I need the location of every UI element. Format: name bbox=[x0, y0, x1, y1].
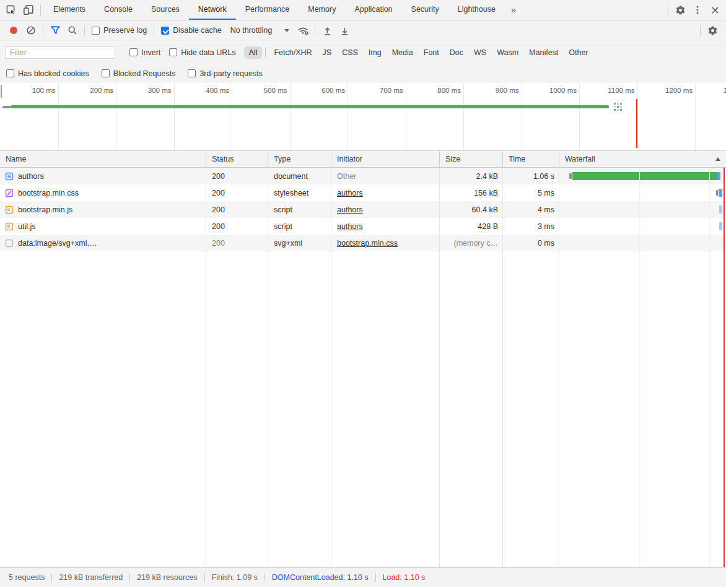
filter-chip-fetch-xhr[interactable]: Fetch/XHR bbox=[269, 46, 317, 59]
divider bbox=[204, 573, 205, 582]
close-devtools-button[interactable] bbox=[706, 0, 724, 20]
filter-chip-font[interactable]: Font bbox=[419, 46, 444, 59]
checkbox-box[interactable] bbox=[169, 48, 177, 56]
initiator-link[interactable]: authors bbox=[337, 189, 363, 197]
initiator-link[interactable]: bootstrap.min.css bbox=[337, 239, 398, 248]
overview-tick-label: 300 ms bbox=[122, 87, 172, 94]
has-blocked-cookies-checkbox[interactable]: Has blocked cookies bbox=[2, 69, 93, 78]
timeline-overview[interactable]: 100 ms200 ms300 ms400 ms500 ms600 ms700 … bbox=[0, 83, 726, 151]
filter-input[interactable] bbox=[5, 46, 115, 59]
column-header-status[interactable]: Status bbox=[206, 151, 268, 167]
initiator-link[interactable]: authors bbox=[337, 205, 363, 214]
tab-lighthouse[interactable]: Lighthouse bbox=[448, 0, 505, 20]
filter-toggle-button[interactable] bbox=[46, 25, 64, 35]
filter-chip-media[interactable]: Media bbox=[387, 46, 418, 59]
disable-cache-checkbox[interactable]: Disable cache bbox=[157, 26, 225, 35]
tab-console[interactable]: Console bbox=[95, 0, 142, 20]
initiator-link[interactable]: authors bbox=[337, 222, 363, 231]
type-cell: document bbox=[268, 168, 331, 184]
tab-performance[interactable]: Performance bbox=[236, 0, 299, 20]
column-header-waterfall[interactable]: Waterfall bbox=[559, 151, 726, 167]
search-button[interactable] bbox=[64, 25, 81, 35]
initiator-cell: authors bbox=[331, 201, 440, 218]
tab-network[interactable]: Network bbox=[189, 0, 236, 20]
network-options-bar: Has blocked cookiesBlocked Requests3rd-p… bbox=[0, 64, 726, 83]
tab-elements[interactable]: Elements bbox=[44, 0, 95, 20]
inspect-element-button[interactable] bbox=[2, 0, 20, 20]
column-header-time[interactable]: Time bbox=[503, 151, 559, 167]
blocked-requests-checkbox[interactable]: Blocked Requests bbox=[98, 69, 180, 78]
request-name: authors bbox=[18, 172, 44, 181]
filter-chip-doc[interactable]: Doc bbox=[445, 46, 468, 59]
status-cell: 200 bbox=[206, 201, 268, 218]
waterfall-cell bbox=[559, 184, 726, 201]
filter-chip-other[interactable]: Other bbox=[564, 46, 593, 59]
checkbox-box[interactable] bbox=[161, 27, 169, 35]
filter-chip-manifest[interactable]: Manifest bbox=[524, 46, 563, 59]
divider bbox=[668, 5, 668, 15]
size-cell: 156 kB bbox=[440, 184, 503, 201]
overview-tick-label: 1000 ms bbox=[527, 87, 577, 94]
tab-application[interactable]: Application bbox=[345, 0, 401, 20]
settings-button[interactable] bbox=[671, 0, 689, 20]
column-header-type[interactable]: Type bbox=[268, 151, 331, 167]
request-row-util-js[interactable]: util.js200scriptauthors428 B3 ms bbox=[0, 218, 726, 235]
status-finish: Finish: 1.09 s bbox=[212, 573, 258, 582]
checkbox-box[interactable] bbox=[188, 69, 196, 77]
arrow-down-line-icon bbox=[339, 25, 350, 36]
status-cell: 200 bbox=[206, 168, 268, 184]
filter-chip-all[interactable]: All bbox=[244, 46, 263, 59]
overview-resize-handle[interactable] bbox=[1, 85, 2, 98]
overview-tick-label: 600 ms bbox=[295, 87, 345, 94]
menu-button[interactable] bbox=[689, 0, 706, 20]
request-name: bootstrap.min.css bbox=[18, 189, 79, 197]
invert-checkbox[interactable]: Invert bbox=[125, 48, 165, 57]
overview-bar-green bbox=[11, 105, 609, 108]
close-icon bbox=[711, 6, 720, 15]
column-header-size[interactable]: Size bbox=[440, 151, 503, 167]
column-header-name[interactable]: Name bbox=[0, 151, 206, 167]
type-cell: stylesheet bbox=[268, 184, 331, 201]
more-tabs-button[interactable]: » bbox=[505, 0, 522, 20]
overview-gridline bbox=[522, 83, 522, 150]
overview-tick-label: 500 ms bbox=[238, 87, 287, 94]
record-network-log-button[interactable] bbox=[5, 27, 22, 34]
checkbox-box[interactable] bbox=[102, 69, 110, 77]
network-settings-button[interactable] bbox=[704, 25, 721, 36]
throttling-select[interactable]: No throttling bbox=[225, 26, 294, 35]
network-conditions-button[interactable] bbox=[294, 25, 312, 36]
divider bbox=[43, 25, 43, 36]
checkbox-box[interactable] bbox=[6, 69, 14, 77]
overview-tick-label: 1300 ms bbox=[701, 87, 726, 94]
overview-gridline bbox=[232, 83, 232, 150]
device-toolbar-button[interactable] bbox=[20, 0, 37, 20]
hide-data-urls-checkbox[interactable]: Hide data URLs bbox=[165, 48, 240, 57]
filter-chip-img[interactable]: Img bbox=[364, 46, 387, 59]
status-219-kb-transferred: 219 kB transferred bbox=[59, 573, 123, 582]
clear-network-log-button[interactable] bbox=[22, 25, 40, 35]
checkbox-box[interactable] bbox=[92, 27, 100, 35]
request-row-bootstrap-min-js[interactable]: bootstrap.min.js200scriptauthors60.4 kB4… bbox=[0, 201, 726, 218]
filter-chip-js[interactable]: JS bbox=[318, 46, 337, 59]
tab-security[interactable]: Security bbox=[402, 0, 448, 20]
3rd-party-requests-checkbox[interactable]: 3rd-party requests bbox=[184, 69, 266, 78]
status-cell: 200 bbox=[206, 184, 268, 201]
request-row-data-image-svg-xml[interactable]: data:image/svg+xml,…200svg+xmlbootstrap.… bbox=[0, 235, 726, 251]
import-har-button[interactable] bbox=[318, 25, 336, 36]
tab-sources[interactable]: Sources bbox=[142, 0, 189, 20]
column-header-initiator[interactable]: Initiator bbox=[331, 151, 440, 167]
overview-tick-label: 900 ms bbox=[470, 87, 519, 94]
size-cell: 60.4 kB bbox=[440, 201, 503, 218]
preserve-log-checkbox[interactable]: Preserve log bbox=[88, 26, 151, 35]
request-row-authors[interactable]: authors200documentOther2.4 kB1.06 s bbox=[0, 168, 726, 184]
kebab-menu-icon bbox=[693, 5, 702, 15]
checkbox-box[interactable] bbox=[129, 48, 138, 56]
filter-chip-ws[interactable]: WS bbox=[469, 46, 491, 59]
export-har-button[interactable] bbox=[336, 25, 353, 36]
overview-gridline bbox=[290, 83, 291, 150]
filter-chip-wasm[interactable]: Wasm bbox=[492, 46, 523, 59]
tab-memory[interactable]: Memory bbox=[299, 0, 345, 20]
filter-chip-css[interactable]: CSS bbox=[337, 46, 363, 59]
throttling-value: No throttling bbox=[230, 26, 272, 35]
request-row-bootstrap-min-css[interactable]: bootstrap.min.css200stylesheetauthors156… bbox=[0, 184, 726, 201]
